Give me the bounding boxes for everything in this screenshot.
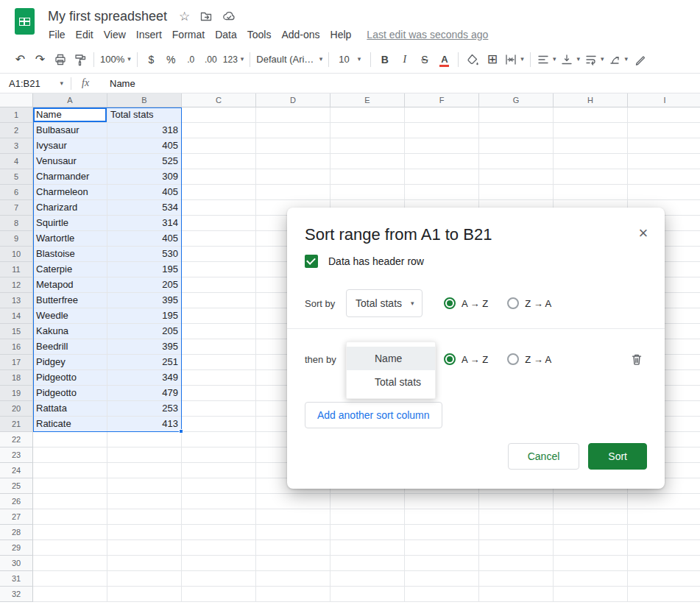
cell-B23[interactable] — [107, 447, 182, 463]
cell-E28[interactable] — [330, 525, 405, 540]
edit-pen-button[interactable] — [630, 49, 650, 69]
cell-C22[interactable] — [182, 432, 256, 447]
fill-color-button[interactable] — [462, 49, 482, 69]
remove-sort-column-button[interactable] — [629, 352, 644, 367]
move-folder-icon[interactable] — [199, 10, 213, 23]
row-header-12[interactable]: 12 — [0, 277, 33, 293]
row-header-26[interactable]: 26 — [0, 494, 33, 509]
cell-C19[interactable] — [182, 386, 256, 401]
row-header-5[interactable]: 5 — [0, 169, 33, 185]
cell-I29[interactable] — [628, 540, 700, 556]
cell-A15[interactable]: Kakuna — [33, 324, 107, 339]
menu-help[interactable]: Help — [325, 27, 357, 42]
cell-G29[interactable] — [479, 540, 554, 556]
row-header-31[interactable]: 31 — [0, 571, 33, 587]
cell-G28[interactable] — [479, 525, 554, 540]
cell-F6[interactable] — [405, 185, 479, 200]
header-row-option[interactable]: Data has header row — [305, 255, 424, 268]
cell-D28[interactable] — [256, 525, 330, 540]
cell-C14[interactable] — [182, 308, 256, 324]
cell-A17[interactable]: Pidgey — [33, 355, 107, 370]
cell-I1[interactable] — [628, 107, 700, 123]
cell-H26[interactable] — [554, 494, 628, 509]
cell-C12[interactable] — [182, 277, 256, 293]
close-icon[interactable]: × — [634, 224, 653, 243]
cell-B2[interactable]: 318 — [107, 123, 182, 138]
cell-A7[interactable]: Charizard — [33, 200, 107, 216]
cell-A20[interactable]: Rattata — [33, 401, 107, 417]
row-header-21[interactable]: 21 — [0, 417, 33, 432]
cell-F1[interactable] — [405, 107, 479, 123]
cell-A24[interactable] — [33, 463, 107, 478]
text-wrap-button[interactable]: ▾ — [582, 49, 607, 69]
cell-A23[interactable] — [33, 447, 107, 463]
cell-C18[interactable] — [182, 370, 256, 386]
row-header-6[interactable]: 6 — [0, 185, 33, 200]
cell-D4[interactable] — [256, 154, 330, 169]
row-header-3[interactable]: 3 — [0, 138, 33, 154]
bold-button[interactable]: B — [375, 49, 395, 69]
cell-C15[interactable] — [182, 324, 256, 339]
cell-C31[interactable] — [182, 571, 256, 587]
cell-B5[interactable]: 309 — [107, 169, 182, 185]
cell-C30[interactable] — [182, 556, 256, 571]
menu-option-name[interactable]: Name — [347, 347, 435, 370]
menu-tools[interactable]: Tools — [242, 27, 277, 42]
cell-E5[interactable] — [330, 169, 405, 185]
cell-C9[interactable] — [182, 231, 256, 247]
cell-D26[interactable] — [256, 494, 330, 509]
cell-H2[interactable] — [554, 123, 628, 138]
cell-B1[interactable]: Total stats — [107, 107, 182, 123]
cell-B13[interactable]: 395 — [107, 293, 182, 308]
radio-selected-icon[interactable] — [444, 353, 456, 365]
cell-F5[interactable] — [405, 169, 479, 185]
cell-B22[interactable] — [107, 432, 182, 447]
cell-H1[interactable] — [554, 107, 628, 123]
cell-I2[interactable] — [628, 123, 700, 138]
selection-fill-handle[interactable] — [179, 429, 183, 434]
vertical-align-button[interactable]: ▾ — [558, 49, 582, 69]
row-header-20[interactable]: 20 — [0, 401, 33, 417]
then-by-asc-option[interactable]: A → Z — [444, 353, 488, 365]
cell-A21[interactable]: Raticate — [33, 417, 107, 432]
redo-button[interactable]: ↷ — [30, 49, 50, 69]
cell-C4[interactable] — [182, 154, 256, 169]
cell-C8[interactable] — [182, 216, 256, 231]
cell-E2[interactable] — [330, 123, 405, 138]
sort-by-column-select[interactable]: Total stats ▾ — [346, 289, 423, 317]
cell-C32[interactable] — [182, 587, 256, 602]
cell-B12[interactable]: 205 — [107, 277, 182, 293]
undo-button[interactable]: ↶ — [10, 49, 30, 69]
row-header-10[interactable]: 10 — [0, 247, 33, 262]
cell-I28[interactable] — [628, 525, 700, 540]
cell-E3[interactable] — [330, 138, 405, 154]
cell-A8[interactable]: Squirtle — [33, 216, 107, 231]
cell-A27[interactable] — [33, 509, 107, 525]
cell-B29[interactable] — [107, 540, 182, 556]
cell-A11[interactable]: Caterpie — [33, 262, 107, 277]
cell-B9[interactable]: 405 — [107, 231, 182, 247]
cell-C27[interactable] — [182, 509, 256, 525]
row-header-19[interactable]: 19 — [0, 386, 33, 401]
cell-A13[interactable]: Butterfree — [33, 293, 107, 308]
row-header-18[interactable]: 18 — [0, 370, 33, 386]
cell-E29[interactable] — [330, 540, 405, 556]
star-icon[interactable]: ☆ — [179, 10, 190, 23]
font-size-select[interactable]: 10 ▾ — [333, 49, 367, 69]
cell-A12[interactable]: Metapod — [33, 277, 107, 293]
cell-B14[interactable]: 195 — [107, 308, 182, 324]
cell-G32[interactable] — [479, 587, 554, 602]
cell-A9[interactable]: Wartortle — [33, 231, 107, 247]
cell-D29[interactable] — [256, 540, 330, 556]
cell-B26[interactable] — [107, 494, 182, 509]
cloud-saved-icon[interactable] — [222, 10, 236, 23]
column-header-D[interactable]: D — [256, 93, 330, 107]
cell-E31[interactable] — [330, 571, 405, 587]
cell-E27[interactable] — [330, 509, 405, 525]
menu-option-total-stats[interactable]: Total stats — [347, 370, 435, 394]
row-header-9[interactable]: 9 — [0, 231, 33, 247]
cell-A5[interactable]: Charmander — [33, 169, 107, 185]
sort-by-desc-option[interactable]: Z → A — [507, 297, 551, 309]
cell-E30[interactable] — [330, 556, 405, 571]
menu-format[interactable]: Format — [167, 27, 210, 42]
